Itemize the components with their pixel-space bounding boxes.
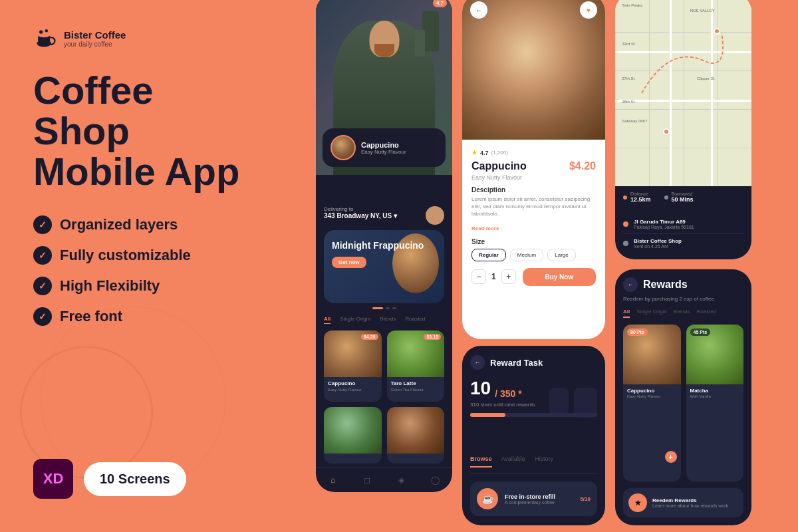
p4-task-icon: ☕ [477,488,498,509]
p3-decrease-button[interactable]: − [471,269,486,284]
map-route-svg [615,0,751,186]
p6-tab-single-origin[interactable]: Single Origin [636,309,667,318]
map-label-6: Safeway 0667 [622,119,647,123]
feature-label-1: Organized layers [60,216,178,233]
p6-reward-name: Reedem Rewards [652,497,728,503]
p5-order-name-1: Jl Garuda Timur A89 [634,219,694,225]
p2-delivering-label: Delivering to [324,206,397,212]
p2-tab-blends[interactable]: Blends [380,316,396,324]
p5-order-dot-2 [623,241,628,246]
p3-quantity-value: 1 [491,272,496,281]
p2-coffee-card-2[interactable]: $3.15 Taro Latte Green Tea Flavour [387,331,445,402]
cappuccino-info: Cappucino Easy Nutty Flavour [361,141,438,155]
p6-reward-icon: ★ [628,493,647,512]
p2-coffee-name-2: Taro Latte [387,377,445,388]
p6-header: ← Rewards [623,277,743,292]
cappuccino-sub: Easy Nutty Flavour [361,149,438,155]
p4-coffee-icons [470,428,597,449]
p5-order-sub-2: Sent on 4.25 AM [634,244,682,249]
rating-badge: 4.7 [433,0,447,7]
nav-gift-icon[interactable]: ◈ [394,473,408,487]
p6-tabs: All Single Origin Blends Roasted [623,309,743,318]
p6-reward-sub: Learn more abour how rewards work [652,503,728,508]
p2-coffee-card-1[interactable]: $4.20 Cappucino Easy Nutty Flavour [324,331,382,402]
check-icon-1 [33,215,52,234]
p4-tab-history[interactable]: History [535,456,553,467]
p4-tabs: Browse Available History [470,456,597,473]
p6-coffee-card-2[interactable]: 45 Pts Matcha With Vanilla [686,325,744,481]
p3-detail-content: ★ 4.7 (1,200) Cappucino $4.20 Easy Nutty… [462,140,605,339]
p2-category-tabs: All Single Origin Blends Roasted [316,313,452,327]
phone-delivery-map: Twin Peaks NOE VALLEY 23rd St 27th St 28… [615,0,751,259]
coffee-circle-image [331,135,356,160]
check-icon-4 [33,307,52,326]
p3-title-row: Cappucino $4.20 [471,160,596,172]
brand-tagline: your daily coffee [64,41,126,48]
p3-desc-title: Desciption [471,186,596,194]
phones-area: 4.7 Cappucino Easy Nutty Flavour Deliver… [286,0,798,532]
p5-stat-distance: Distance 12.5km [623,192,651,203]
p6-coffee-card-1[interactable]: 80 Pts + Cappucino Easy Nutty Flavour [623,325,681,481]
p6-tab-blends[interactable]: Blends [674,309,690,318]
p2-dot-2 [392,307,396,309]
p5-stat-time: Boonaved 50 Mins [664,192,694,203]
map-label-4: 27th St [622,76,634,80]
p4-task-sub: A complementary coffee [505,500,573,505]
map-pin-start [663,128,670,135]
nav-profile-icon[interactable]: ◯ [428,473,442,487]
p2-coffee-price-2: $3.15 [424,334,441,340]
p6-tab-roasted[interactable]: Roasted [697,309,717,318]
p2-tab-roasted[interactable]: Roasted [406,316,426,324]
check-icon-2 [33,246,52,265]
p2-address: 343 Broadway NY, US ▾ [324,212,397,219]
brand: Bister Coffee your daily coffee [33,27,253,51]
p3-size-regular[interactable]: Regular [471,249,506,261]
p3-size-medium[interactable]: Medium [510,249,543,261]
p5-distance-label: Distance [630,192,651,196]
p2-get-now-button[interactable]: Get now [332,257,366,268]
p2-coffee-card-4[interactable] [387,407,445,464]
p6-add-button-1[interactable]: + [665,451,677,463]
p3-increase-button[interactable]: + [501,269,516,284]
map-label-2: NOE VALLEY [690,9,715,13]
p2-tab-single-origin[interactable]: Single Origin [340,316,370,324]
p2-navbar: ⌂ ◻ ◈ ◯ [316,467,452,492]
p4-tab-browse[interactable]: Browse [470,456,492,467]
p2-coffee-sub-1: Easy Nutty Flavour [324,388,382,396]
p3-rating-count: (1,200) [491,150,508,156]
p4-points-value: 10 [470,378,491,399]
p2-coffee-sub-2: Green Tea Flavour [387,388,445,396]
p3-back-button[interactable]: ← [470,1,487,19]
p5-map-area: Twin Peaks NOE VALLEY 23rd St 27th St 28… [615,0,751,186]
nav-cart-icon[interactable]: ◻ [360,473,374,487]
p6-back-button[interactable]: ← [623,277,638,292]
p4-back-button[interactable]: ← [470,355,485,370]
p2-coffee-card-3[interactable] [324,407,382,464]
p2-header: Delivering to 343 Broadway NY, US ▾ [316,196,452,230]
brand-text: Bister Coffee your daily coffee [64,29,126,48]
p5-stat-icon-1 [623,196,627,200]
feature-item: Organized layers [33,215,253,234]
p2-dot-active [372,307,383,309]
svg-point-3 [39,30,43,33]
p2-coffee-price-1: $4.20 [361,334,378,340]
cappuccino-card: Cappucino Easy Nutty Flavour [323,128,446,167]
p5-time-value: 50 Mins [672,196,694,203]
p3-product-price: $4.20 [569,160,596,172]
badges-row: XD 10 Screens [33,459,186,499]
p6-tab-all[interactable]: All [623,309,630,318]
p3-heart-button[interactable]: ♥ [580,1,597,19]
p3-size-large[interactable]: Large [547,249,575,261]
p4-tab-available[interactable]: Available [501,456,525,467]
map-pin-end [714,28,720,35]
p2-tab-all[interactable]: All [324,316,331,324]
feature-label-3: High Flexibilty [60,277,160,295]
p3-buy-now-button[interactable]: Buy Now [523,268,596,286]
p2-hero-title: Midnight Frappucino [332,240,436,251]
phone-browse: Delivering to 343 Broadway NY, US ▾ Midn… [316,196,452,492]
p5-time-label: Boonaved [672,192,694,196]
p3-buy-row: − 1 + Buy Now [471,268,596,286]
p2-coffee-img-3 [324,407,382,454]
nav-home-icon[interactable]: ⌂ [327,473,340,487]
p3-read-more[interactable]: Read more [471,225,499,231]
